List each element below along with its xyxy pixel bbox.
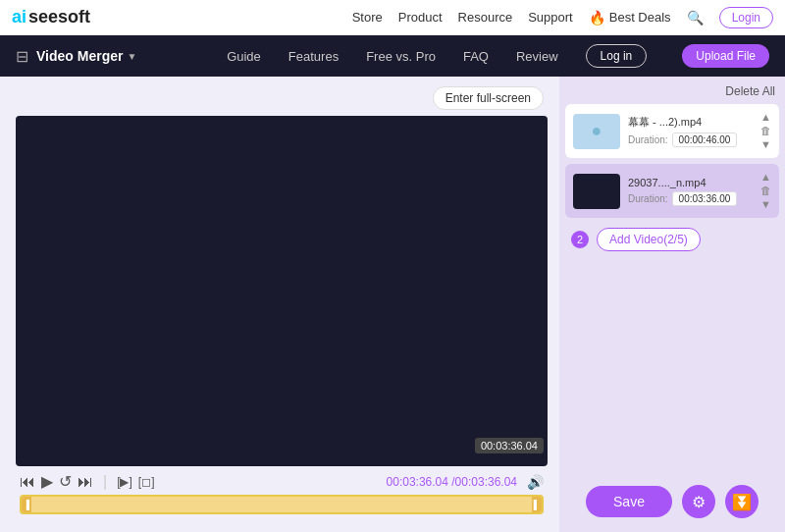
video-name-1: 幕幕 - ...2).mp4 xyxy=(628,115,753,130)
bottom-bar: Save ⚙ ⏬ xyxy=(565,477,779,524)
video-actions-1: ▲ 🗑 ▼ xyxy=(760,112,771,150)
move-down-1[interactable]: ▼ xyxy=(760,139,771,150)
duration-value-2: 00:03:36.00 xyxy=(672,191,738,206)
timeline-handle-left[interactable]: ▐ xyxy=(22,497,31,512)
duration-label-2: Duration: xyxy=(628,193,668,204)
video-item-2: 29037...._n.mp4 Duration: 00:03:36.00 ▲ … xyxy=(565,164,779,218)
video-info-1: 幕幕 - ...2).mp4 Duration: 00:00:46.00 xyxy=(628,115,753,147)
time-display: 00:03:36.04 /00:03:36.04 xyxy=(387,475,517,489)
delete-2[interactable]: 🗑 xyxy=(760,185,771,197)
nav-features[interactable]: Features xyxy=(288,49,339,64)
full-screen-button[interactable]: Enter full-screen xyxy=(433,86,544,110)
move-down-2[interactable]: ▼ xyxy=(760,199,771,210)
video-item-1: ● 幕幕 - ...2).mp4 Duration: 00:00:46.00 ▲… xyxy=(565,104,779,158)
info-button[interactable]: ⏬ xyxy=(725,485,759,518)
save-button[interactable]: Save xyxy=(586,486,672,517)
main-area: Enter full-screen ⏮ ▶ ↺ ⏭ | [▶] [◻] 00:0… xyxy=(0,77,785,532)
settings-button[interactable]: ⚙ xyxy=(682,485,715,518)
step-forward-button[interactable]: ⏭ xyxy=(78,473,93,491)
nav-support[interactable]: Support xyxy=(528,10,573,25)
video-info-2: 29037...._n.mp4 Duration: 00:03:36.00 xyxy=(628,177,753,206)
nav-best-deals[interactable]: 🔥 Best Deals xyxy=(589,10,671,26)
volume-icon[interactable]: 🔊 xyxy=(527,474,544,490)
clip-button[interactable]: [▶] xyxy=(117,475,132,489)
nav-free-vs-pro[interactable]: Free vs. Pro xyxy=(366,49,436,64)
right-panel: Delete All ● 幕幕 - ...2).mp4 Duration: 00… xyxy=(559,77,785,532)
delete-all-button[interactable]: Delete All xyxy=(565,84,779,98)
menu-icon[interactable]: ⊟ xyxy=(16,47,28,66)
log-in-button[interactable]: Log in xyxy=(586,44,648,68)
separator: | xyxy=(103,473,107,491)
duration-label-1: Duration: xyxy=(628,134,668,145)
add-video-section: 2 Add Video(2/5) xyxy=(571,228,779,251)
second-nav: ⊟ Video Merger ▼ Guide Features Free vs.… xyxy=(0,35,785,77)
second-nav-links: Guide Features Free vs. Pro FAQ Review L… xyxy=(227,44,769,68)
nav-review[interactable]: Review xyxy=(516,49,558,64)
timeline-track[interactable]: ▐ ▌ xyxy=(20,495,544,514)
controls-bar: ⏮ ▶ ↺ ⏭ | [▶] [◻] 00:03:36.04 /00:03:36.… xyxy=(16,466,548,495)
video-thumb-2 xyxy=(573,174,620,209)
search-icon[interactable]: 🔍 xyxy=(687,10,704,26)
move-up-1[interactable]: ▲ xyxy=(760,112,771,123)
nav-product[interactable]: Product xyxy=(398,10,443,25)
video-actions-2: ▲ 🗑 ▼ xyxy=(760,172,771,210)
best-deals-label[interactable]: Best Deals xyxy=(609,10,671,25)
dropdown-arrow-icon[interactable]: ▼ xyxy=(127,51,136,62)
logo-ai: ai xyxy=(12,7,26,27)
nav-faq[interactable]: FAQ xyxy=(463,49,489,64)
step-badge: 2 xyxy=(571,231,589,248)
left-panel: Enter full-screen ⏮ ▶ ↺ ⏭ | [▶] [◻] 00:0… xyxy=(0,77,559,532)
time-badge: 00:03:36.04 xyxy=(475,438,544,453)
move-up-2[interactable]: ▲ xyxy=(760,172,771,183)
timeline-handle-right[interactable]: ▌ xyxy=(532,497,542,512)
nav-guide[interactable]: Guide xyxy=(227,49,261,64)
play-button[interactable]: ▶ xyxy=(41,472,53,491)
duration-value-1: 00:00:46.00 xyxy=(672,133,738,147)
timeline[interactable]: ▐ ▌ xyxy=(20,495,544,522)
video-duration-row-2: Duration: 00:03:36.00 xyxy=(628,191,753,206)
delete-1[interactable]: 🗑 xyxy=(760,125,771,137)
rewind-button[interactable]: ⏮ xyxy=(20,473,35,491)
logo-rest: seesoft xyxy=(28,7,90,27)
top-nav: aiseesoft Store Product Resource Support… xyxy=(0,0,785,35)
nav-store[interactable]: Store xyxy=(352,10,383,25)
upload-file-button[interactable]: Upload File xyxy=(682,44,769,68)
video-name-2: 29037...._n.mp4 xyxy=(628,177,753,188)
app-title: Video Merger xyxy=(36,48,123,64)
logo: aiseesoft xyxy=(12,7,90,27)
add-video-button[interactable]: Add Video(2/5) xyxy=(597,228,701,251)
video-preview xyxy=(16,116,548,466)
loop-button[interactable]: ↺ xyxy=(59,472,72,491)
video-thumb-1: ● xyxy=(573,114,620,149)
nav-resource[interactable]: Resource xyxy=(458,10,513,25)
video-duration-row-1: Duration: 00:00:46.00 xyxy=(628,133,753,147)
crop-button[interactable]: [◻] xyxy=(138,475,155,489)
fire-icon: 🔥 xyxy=(589,10,605,26)
login-button[interactable]: Login xyxy=(719,7,773,28)
